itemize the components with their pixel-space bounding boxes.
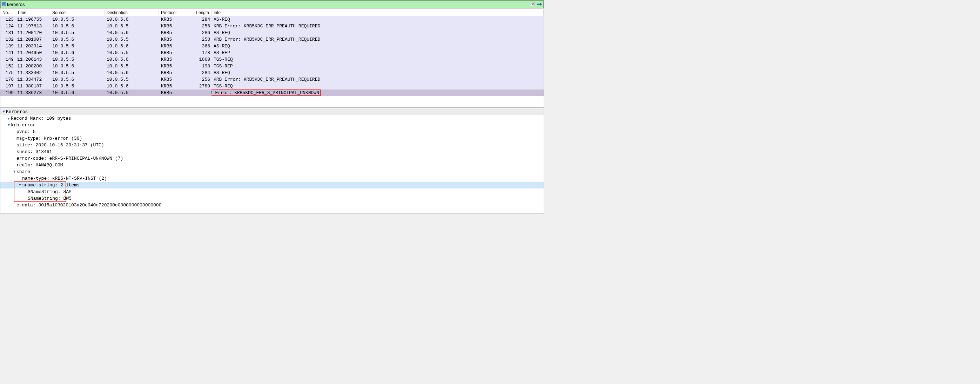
cell-info: TGS-REQ [212,57,544,62]
col-header-time[interactable]: Time [15,10,50,16]
cell-source: 10.0.5.5 [50,57,105,62]
col-header-destination[interactable]: Destination [105,10,159,16]
filter-bar [0,0,544,8]
tree-sname-string-item[interactable]: SNameString: BW5 [0,195,544,202]
cell-length: 1660 [194,57,212,62]
tree-name-type[interactable]: name-type: kRB5-NT-SRV-INST (2) [0,175,544,182]
packet-row[interactable]: 13211.20100710.0.5.610.0.5.5KRB5258KRB E… [0,36,544,43]
cell-destination: 10.0.5.5 [105,24,159,29]
packet-row[interactable]: 19911.38627810.0.5.610.0.5.5KRB5167 KRB … [0,89,544,96]
cell-info: KRB Error: KRB5KDC_ERR_PREAUTH_REQUIRED [212,37,544,42]
cell-no: 123 [0,17,15,22]
info-highlight: 167 KRB Error: KRB5KDC_ERR_S_PRINCIPAL_U… [212,89,321,96]
tree-label: krb-error [11,123,35,128]
cell-time: 11.334472 [15,77,50,82]
col-header-length[interactable]: Length [194,10,212,16]
tree-sname-string[interactable]: ▼ sname-string: 2 items [0,182,544,188]
packet-row[interactable]: 12411.19781310.0.5.610.0.5.5KRB5256KRB E… [0,23,544,29]
cell-info: AS-REQ [212,30,544,35]
cell-length: 178 [194,50,212,56]
cell-time: 11.386278 [15,90,50,96]
col-header-info[interactable]: Info [212,10,544,16]
cell-info: AS-REP [212,50,544,56]
expand-toggle-icon[interactable]: ▼ [7,123,11,127]
toggle-placeholder [24,196,28,201]
cell-info: 167 KRB Error: KRB5KDC_ERR_S_PRINCIPAL_U… [212,89,544,96]
cell-time: 11.201007 [15,37,50,42]
cell-protocol: KRB5 [159,77,194,82]
clear-filter-button[interactable] [530,2,536,7]
cell-protocol: KRB5 [159,37,194,42]
tree-krb-error[interactable]: ▼ krb-error [0,122,544,129]
packet-row[interactable]: 14111.20495010.0.5.610.0.5.5KRB5178AS-RE… [0,49,544,56]
tree-sname[interactable]: ▼ sname [0,169,544,175]
tree-realm[interactable]: realm: HANABQ.COM [0,162,544,169]
packet-row[interactable]: 14911.20614310.0.5.510.0.5.6KRB51660TGS-… [0,56,544,63]
arrow-right-icon [537,2,542,6]
cell-destination: 10.0.5.6 [105,57,159,62]
tree-sname-string-item[interactable]: SNameString: SAP [0,188,544,195]
apply-filter-button[interactable] [536,2,542,7]
cell-destination: 10.0.5.6 [105,84,159,89]
cell-source: 10.0.5.6 [50,24,105,29]
tree-label: SNameString: SAP [28,189,72,194]
toggle-placeholder [12,203,16,207]
cell-source: 10.0.5.6 [50,77,105,82]
tree-label: e-data: 3015a103020103a20e040c720200c000… [16,202,161,208]
expand-toggle-icon[interactable]: ▼ [18,183,22,187]
cell-no: 152 [0,64,15,69]
tree-error-code[interactable]: error-code: eRR-S-PRINCIPAL-UNKNOWN (7) [0,155,544,162]
display-filter-input[interactable] [7,2,529,7]
packet-row[interactable]: 19711.38018710.0.5.510.0.5.6KRB52780TGS-… [0,83,544,89]
packet-row[interactable]: 13111.20012010.0.5.510.0.5.6KRB5286AS-RE… [0,29,544,36]
expand-toggle-icon[interactable]: ▼ [12,170,16,174]
tree-susec[interactable]: susec: 313461 [0,148,544,155]
tree-record-mark[interactable]: ▶ Record Mark: 109 bytes [0,115,544,122]
cell-source: 10.0.5.6 [50,37,105,42]
col-header-no[interactable]: No. [0,10,15,16]
tree-stime[interactable]: stime: 2020-10-15 20:31:37 (UTC) [0,142,544,148]
cell-time: 11.204950 [15,50,50,56]
cell-length: 366 [194,43,212,49]
cell-time: 11.380187 [15,84,50,89]
cell-destination: 10.0.5.5 [105,37,159,42]
bookmark-icon[interactable] [2,2,6,6]
cell-no: 132 [0,37,15,42]
collapse-toggle-icon[interactable]: ▶ [7,116,11,121]
toggle-placeholder [12,143,16,147]
cell-length: 284 [194,17,212,22]
cell-no: 124 [0,24,15,29]
tree-label: SNameString: BW5 [28,196,72,201]
cell-source: 10.0.5.5 [50,30,105,35]
tree-edata[interactable]: e-data: 3015a103020103a20e040c720200c000… [0,202,544,209]
toggle-placeholder [24,190,28,194]
tree-label: sname [16,169,30,174]
cell-info: AS-REQ [212,17,544,22]
tree-pvno[interactable]: pvno: 5 [0,129,544,135]
cell-time: 11.203914 [15,43,50,49]
expand-toggle-icon[interactable]: ▼ [2,110,6,114]
packet-row[interactable]: 13911.20391410.0.5.510.0.5.6KRB5366AS-RE… [0,43,544,49]
packet-row[interactable]: 17511.33340210.0.5.510.0.5.6KRB5284AS-RE… [0,70,544,76]
col-header-source[interactable]: Source [50,10,105,16]
cell-info: TGS-REP [212,64,544,69]
cell-protocol: KRB5 [159,24,194,29]
tree-label: pvno: 5 [16,129,36,134]
packet-row[interactable]: 12311.19675510.0.5.510.0.5.6KRB5284AS-RE… [0,16,544,23]
toggle-placeholder [12,130,16,134]
packet-row[interactable]: 17611.33447210.0.5.610.0.5.5KRB5256KRB E… [0,76,544,83]
tree-root-kerberos[interactable]: ▼ Kerberos [0,108,544,115]
cell-source: 10.0.5.5 [50,84,105,89]
cell-protocol: KRB5 [159,50,194,56]
cell-protocol: KRB5 [159,70,194,75]
cell-no: 176 [0,77,15,82]
svg-rect-1 [537,4,540,5]
tree-label: msg-type: krb-error (30) [16,136,82,141]
tree-msg-type[interactable]: msg-type: krb-error (30) [0,135,544,142]
packet-details-pane: ▼ Kerberos ▶ Record Mark: 109 bytes ▼ kr… [0,107,544,213]
cell-source: 10.0.5.5 [50,43,105,49]
col-header-protocol[interactable]: Protocol [159,10,194,16]
cell-length: 286 [194,30,212,35]
packet-row[interactable]: 15211.20820010.0.5.610.0.5.5KRB5198TGS-R… [0,63,544,70]
cell-info: KRB Error: KRB5KDC_ERR_PREAUTH_REQUIRED [212,24,544,29]
